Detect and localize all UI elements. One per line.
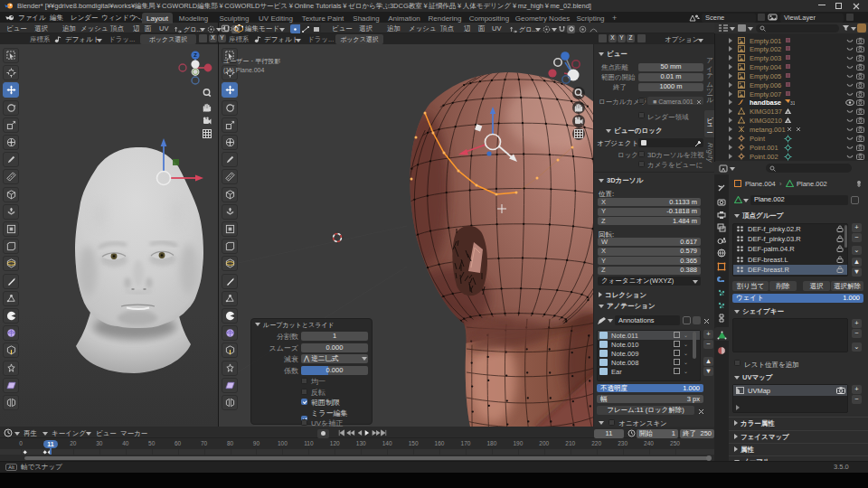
svg-text:31: 31	[790, 100, 795, 106]
